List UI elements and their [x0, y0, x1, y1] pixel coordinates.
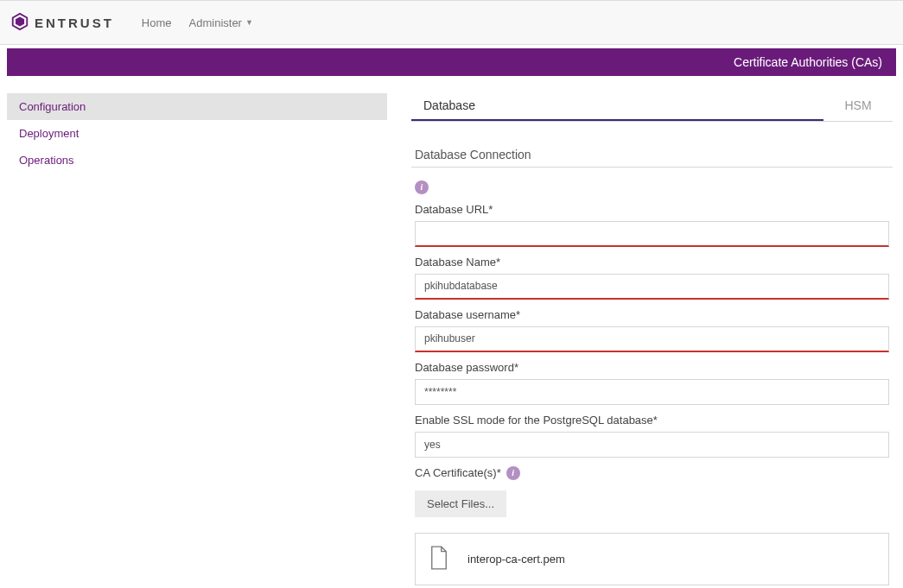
- sidebar-item-deployment[interactable]: Deployment: [7, 120, 387, 147]
- field-db-url: Database URL*: [415, 203, 889, 247]
- info-icon[interactable]: i: [415, 180, 429, 194]
- content-area: Configuration Deployment Operations Data…: [0, 76, 903, 588]
- field-db-name: Database Name*: [415, 256, 889, 300]
- info-icon[interactable]: i: [506, 466, 520, 480]
- field-ca-cert: CA Certificate(s)* i Select Files... int…: [415, 466, 889, 585]
- tab-hsm[interactable]: HSM: [824, 90, 893, 121]
- caret-down-icon: ▼: [245, 18, 253, 27]
- sidebar: Configuration Deployment Operations: [7, 90, 387, 585]
- file-entry: interop-ca-cert.pem: [415, 533, 889, 585]
- input-db-pass[interactable]: [415, 379, 889, 405]
- tab-database[interactable]: Database: [411, 90, 824, 121]
- sidebar-item-operations[interactable]: Operations: [7, 147, 387, 174]
- info-row: i: [415, 180, 889, 194]
- brand-text: ENTRUST: [35, 16, 114, 30]
- field-db-pass: Database password*: [415, 361, 889, 405]
- label-ssl-mode: Enable SSL mode for the PostgreSQL datab…: [415, 414, 889, 427]
- brand-logo: ENTRUST: [10, 12, 114, 34]
- label-db-url: Database URL*: [415, 203, 889, 216]
- sidebar-item-configuration[interactable]: Configuration: [7, 93, 387, 120]
- hexagon-icon: [10, 12, 29, 34]
- nav-administer[interactable]: Administer ▼: [189, 16, 253, 29]
- section-title: Database Connection: [411, 142, 893, 168]
- ribbon-title: Certificate Authorities (CAs): [734, 55, 882, 69]
- nav-home[interactable]: Home: [142, 16, 172, 29]
- file-icon: [429, 546, 448, 572]
- tab-bar: Database HSM: [411, 90, 893, 122]
- input-db-url[interactable]: [415, 221, 889, 247]
- label-ca-cert: CA Certificate(s)* i: [415, 466, 889, 480]
- label-ca-cert-text: CA Certificate(s)*: [415, 466, 501, 479]
- main-panel: Database HSM Database Connection i Datab…: [411, 90, 896, 585]
- file-name: interop-ca-cert.pem: [467, 553, 565, 566]
- label-db-pass: Database password*: [415, 361, 889, 374]
- top-bar: ENTRUST Home Administer ▼: [0, 0, 903, 45]
- input-ssl-mode[interactable]: [415, 432, 889, 458]
- nav-administer-label: Administer: [189, 16, 242, 29]
- input-db-name[interactable]: [415, 274, 889, 300]
- page-ribbon: Certificate Authorities (CAs): [7, 48, 896, 76]
- input-db-user[interactable]: [415, 326, 889, 352]
- label-db-user: Database username*: [415, 308, 889, 321]
- svg-marker-1: [16, 16, 24, 26]
- field-db-user: Database username*: [415, 308, 889, 352]
- label-db-name: Database Name*: [415, 256, 889, 269]
- nav-links: Home Administer ▼: [142, 16, 253, 29]
- field-ssl-mode: Enable SSL mode for the PostgreSQL datab…: [415, 414, 889, 458]
- select-files-button[interactable]: Select Files...: [415, 490, 506, 517]
